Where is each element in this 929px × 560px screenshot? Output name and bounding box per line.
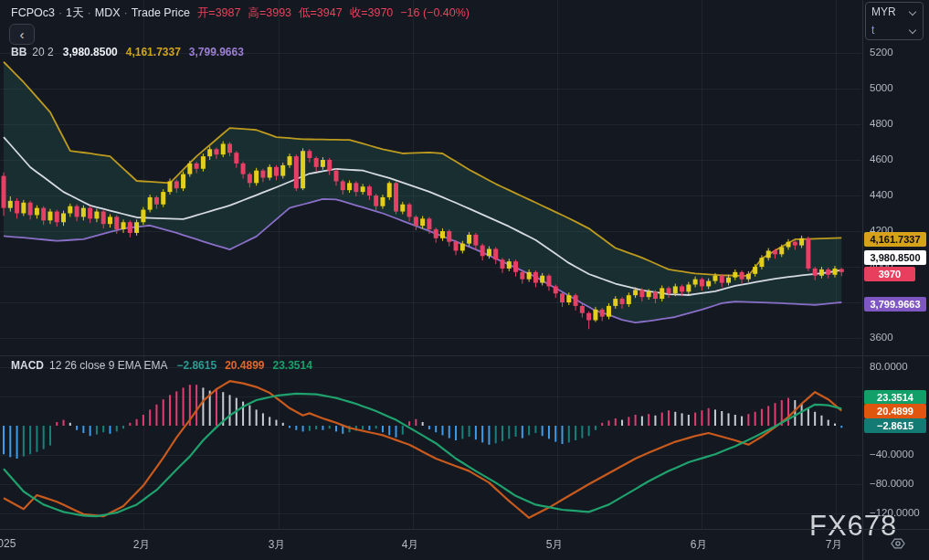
macd-signal-value: 23.3514	[273, 359, 312, 372]
price-tick: 4800	[870, 118, 893, 129]
price-tick: 5200	[870, 47, 893, 58]
separator-dot: ·	[88, 6, 91, 19]
series-type-label: Trade Price	[132, 6, 190, 19]
ohlc-close: 收=3970	[350, 6, 394, 19]
bb-basis-badge: 3,980.8500	[864, 250, 926, 265]
scale-settings-box: MYR t	[865, 2, 924, 40]
unit-dropdown[interactable]: t	[866, 21, 923, 39]
bb-lower-badge: 3,799.9663	[864, 297, 926, 312]
ohlc-high: 高=3993	[248, 6, 291, 19]
time-axis-label: 6月	[691, 537, 708, 553]
currency-value: MYR	[871, 5, 896, 18]
macd-tick: −80.0000	[870, 478, 913, 489]
bb-lower-value: 3,799.9663	[189, 46, 244, 58]
time-axis-label: 2月	[133, 537, 151, 553]
ohlc-open: 开=3987	[197, 6, 241, 19]
price-tick: 4400	[870, 189, 893, 200]
macd-signal-badge: 23.3514	[864, 390, 926, 405]
macd-hist-value: −2.8615	[176, 359, 216, 372]
time-axis-label: 7月	[826, 537, 843, 553]
separator-dot: ·	[58, 6, 62, 19]
macd-hist-badge: −2.8615	[864, 418, 926, 433]
back-button[interactable]: ‹	[9, 24, 35, 45]
bb-name: BB	[11, 46, 26, 58]
time-axis-label: 3月	[269, 537, 286, 553]
time-axis[interactable]: 2025 2月 3月 4月 5月 6月 7月	[0, 530, 929, 560]
ohlc-low: 低=3947	[299, 6, 343, 19]
change-value: −16 (−0.40%)	[400, 6, 470, 19]
last-price-badge: 3970	[864, 267, 915, 281]
bb-params: 20 2	[32, 46, 53, 58]
interval-label[interactable]: 1天	[66, 6, 83, 19]
separator-dot: ·	[124, 6, 128, 19]
macd-indicator-legend[interactable]: MACD12 26 close 9 EMA EMA−2.861520.48992…	[11, 359, 321, 372]
chevron-down-icon	[909, 26, 916, 34]
price-scale[interactable]: MYR t 5200 5000 4800 4600 4400 4200 4000…	[863, 0, 929, 529]
time-axis-label: 2025	[0, 537, 16, 550]
price-chart-canvas[interactable]	[0, 0, 929, 560]
symbol-header: FCPOc3·1天·MDX·Trade Price开=3987高=3993低=3…	[11, 5, 470, 21]
macd-line-badge: 20.4899	[864, 404, 926, 418]
bb-upper-badge: 4,161.7337	[864, 232, 926, 247]
price-tick: 3600	[870, 332, 893, 343]
price-tick: 5000	[870, 82, 893, 93]
macd-pane-separator[interactable]	[0, 355, 929, 356]
macd-tick: −40.0000	[870, 449, 913, 460]
exchange-label: MDX	[95, 6, 121, 19]
chart-settings-icon[interactable]	[890, 535, 906, 552]
bb-upper-value: 4,161.7337	[126, 46, 181, 58]
time-axis-label: 5月	[546, 537, 564, 553]
macd-params: 12 26 close 9 EMA EMA	[49, 359, 167, 372]
chevron-down-icon	[909, 8, 916, 16]
currency-dropdown[interactable]: MYR	[866, 3, 923, 21]
bb-basis-value: 3,980.8500	[63, 46, 118, 58]
unit-value: t	[871, 24, 874, 37]
bb-indicator-legend[interactable]: BB20 23,980.85004,161.73373,799.9663	[11, 46, 252, 58]
macd-tick: −120.0000	[870, 507, 920, 518]
price-tick: 4600	[870, 153, 893, 164]
macd-tick: 80.0000	[870, 361, 908, 372]
time-axis-label: 4月	[402, 537, 419, 553]
macd-line-value: 20.4899	[225, 359, 264, 372]
macd-name: MACD	[11, 359, 44, 372]
symbol-name[interactable]: FCPOc3	[11, 6, 55, 19]
